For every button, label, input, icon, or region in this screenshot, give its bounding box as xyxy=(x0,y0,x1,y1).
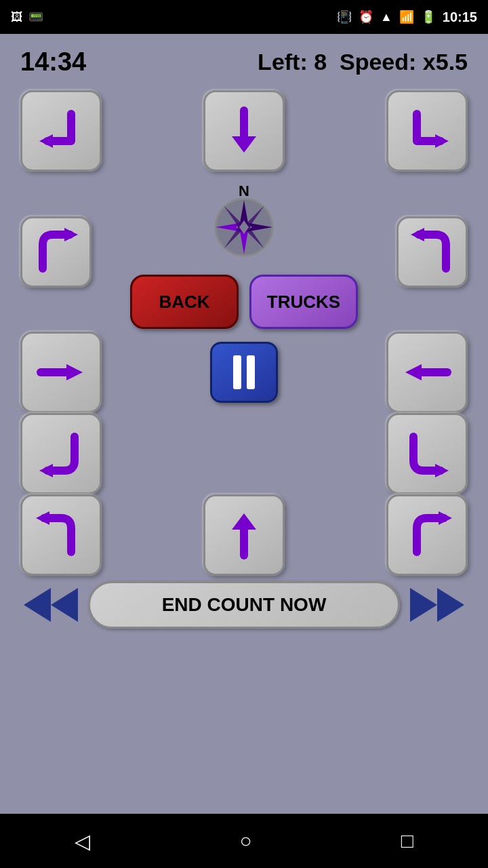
back-button[interactable]: BACK xyxy=(130,275,239,329)
recents-nav-icon[interactable]: □ xyxy=(401,829,413,852)
svg-marker-25 xyxy=(439,511,452,525)
nav-bar: ◁ ○ □ xyxy=(0,814,488,868)
status-bar: 🖼 📟 📳 ⏰ ▲ 📶 🔋 10:15 xyxy=(0,0,488,34)
compass: N xyxy=(197,174,291,269)
svg-marker-2 xyxy=(232,136,256,153)
skip-back-button[interactable] xyxy=(20,581,81,629)
back-nav-icon[interactable]: ◁ xyxy=(75,829,90,853)
header: 14:34 Left: 8 Speed: x5.5 xyxy=(7,41,481,83)
dir-curve-down-left-btn[interactable] xyxy=(20,413,102,494)
vibrate-icon: 📳 xyxy=(337,9,352,24)
app-content: 14:34 Left: 8 Speed: x5.5 xyxy=(0,34,488,814)
direction-row-5 xyxy=(7,494,481,576)
dir-left-btn[interactable] xyxy=(386,332,468,413)
dir-down-right-btn[interactable] xyxy=(386,90,468,172)
clock: 10:15 xyxy=(443,9,477,25)
svg-marker-20 xyxy=(39,464,53,477)
svg-marker-27 xyxy=(24,588,51,622)
svg-marker-28 xyxy=(410,588,437,622)
left-count: Left: 8 xyxy=(258,49,327,75)
wifi-icon: ▲ xyxy=(380,10,392,24)
pause-button[interactable] xyxy=(210,342,278,403)
direction-row-4 xyxy=(7,413,481,494)
center-panel: N BACK xyxy=(130,174,358,329)
dir-down-left-btn[interactable] xyxy=(20,90,102,172)
svg-marker-3 xyxy=(435,134,449,148)
svg-marker-26 xyxy=(51,588,78,622)
svg-marker-29 xyxy=(437,588,464,622)
dir-curve-down-right-btn[interactable] xyxy=(386,413,468,494)
timer-display: 14:34 xyxy=(20,47,86,77)
trucks-button[interactable]: TRUCKS xyxy=(249,275,358,329)
svg-marker-4 xyxy=(64,228,78,241)
svg-marker-21 xyxy=(435,464,449,477)
signal-icon: 📶 xyxy=(399,9,414,24)
dir-up-right-bottom-btn[interactable] xyxy=(386,494,468,576)
alarm-icon: ⏰ xyxy=(359,9,373,24)
home-nav-icon[interactable]: ○ xyxy=(239,829,251,852)
photo-icon: 🖼 xyxy=(11,10,23,24)
svg-marker-19 xyxy=(405,364,422,380)
svg-marker-17 xyxy=(66,364,83,380)
svg-marker-24 xyxy=(232,513,256,530)
speed-display: Speed: x5.5 xyxy=(340,49,468,75)
dir-up-left-bottom-btn[interactable] xyxy=(20,494,102,576)
svg-text:N: N xyxy=(239,182,249,199)
end-count-button[interactable]: END COUNT NOW xyxy=(88,581,400,629)
middle-section: N BACK xyxy=(7,174,481,329)
direction-row-1 xyxy=(7,90,481,172)
svg-marker-22 xyxy=(36,511,49,525)
pause-icon xyxy=(233,355,255,389)
dir-right-btn[interactable] xyxy=(20,332,102,413)
dir-up-left-right-btn[interactable] xyxy=(396,216,468,288)
dir-up-right-left-btn[interactable] xyxy=(20,216,92,288)
svg-marker-15 xyxy=(411,228,424,241)
skip-forward-button[interactable] xyxy=(407,581,468,629)
left-speed-info: Left: 8 Speed: x5.5 xyxy=(258,49,468,75)
battery-icon: 🔋 xyxy=(421,9,436,24)
status-icons: 🖼 📟 xyxy=(11,9,43,24)
status-right-icons: 📳 ⏰ ▲ 📶 🔋 10:15 xyxy=(337,9,477,25)
cpu-icon: 📟 xyxy=(28,9,43,24)
action-buttons-row: BACK TRUCKS xyxy=(130,275,358,329)
direction-row-3 xyxy=(7,332,481,413)
dir-down-btn[interactable] xyxy=(203,90,285,172)
dir-up-btn[interactable] xyxy=(203,494,285,576)
svg-marker-0 xyxy=(39,134,53,148)
bottom-controls: END COUNT NOW xyxy=(7,576,481,634)
